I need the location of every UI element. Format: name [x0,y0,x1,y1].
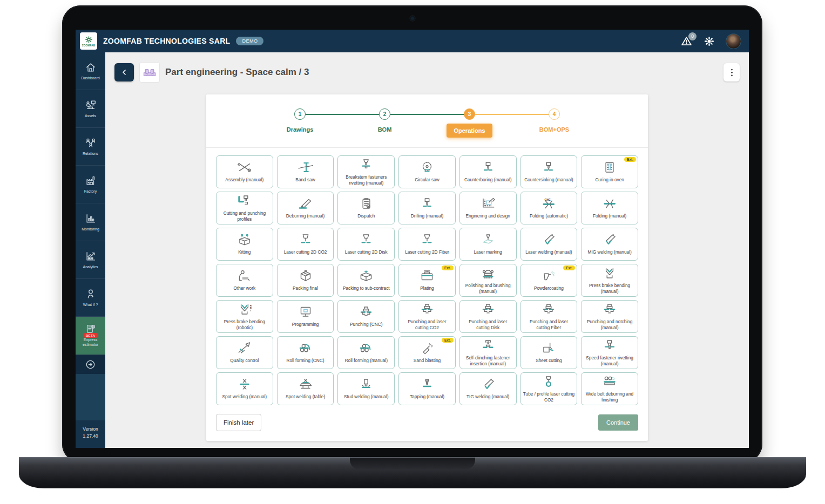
op-card-press-brake-bending-robotic[interactable]: RBTPress brake bending (robotic) [216,300,273,333]
op-card-label: Breakstem fasteners rivetting (manual) [340,174,392,186]
op-card-punching-and-laser-cutting-fiber[interactable]: Punching and laser cutting Fiber [520,300,578,333]
version-number: 1.27.40 [76,433,105,440]
laser-marking-icon [479,233,497,248]
op-card-punching-cnc[interactable]: Punching (CNC) [337,300,395,333]
op-card-plating[interactable]: PlatingExt. [398,264,456,297]
part-icon [142,66,157,78]
op-card-countersinking-manual[interactable]: Countersinking (manual) [520,155,578,188]
op-card-mig-welding-manual[interactable]: MIG welding (manual) [581,228,638,261]
spot-welding-icon [235,378,254,393]
demo-badge: DEMO [236,37,263,45]
sidebar-item-express-estimator[interactable]: BETAExpress estimator [76,317,105,355]
user-avatar[interactable] [726,33,741,49]
op-card-kitting[interactable]: Kitting [216,228,273,261]
op-card-label: Countersinking (manual) [524,177,573,183]
step-drawings[interactable]: 1Drawings [258,108,342,133]
op-card-tube-profile-laser-cutting-co2[interactable]: Tube / profile laser cutting CO2 [520,372,578,405]
sidebar-item-analytics[interactable]: Analytics [76,241,105,279]
op-card-assembly-manual[interactable]: Assembly (manual) [216,155,273,188]
op-card-stud-welding-manual[interactable]: Stud welding (manual) [337,372,395,405]
op-card-programming[interactable]: Programming [277,300,334,333]
op-card-counterboring-manual[interactable]: Counterboring (manual) [459,155,517,188]
op-card-tig-welding-manual[interactable]: TIG welding (manual) [459,372,517,405]
operations-panel: 1Drawings2BOM3Operations4BOM+OPS Assembl… [206,94,648,441]
op-card-powdercoating[interactable]: PowdercoatingExt. [520,264,578,297]
op-card-quality-control[interactable]: Quality control [216,336,273,369]
op-card-speed-fastener-rivetting-manual[interactable]: Speed fastener rivetting (manual) [581,336,638,369]
sidebar-item-label: Analytics [82,265,99,270]
op-card-other-work[interactable]: Other work [216,264,273,297]
op-card-cutting-and-punching-profiles[interactable]: Cutting and punching profiles [216,192,273,224]
op-card-folding-manual[interactable]: Folding (manual) [581,192,638,224]
stepper-zone: 1Drawings2BOM3Operations4BOM+OPS [206,94,648,148]
op-card-label: Band saw [295,177,315,183]
sidebar-collapse-button[interactable] [76,355,105,374]
op-card-laser-cutting-2d-fiber[interactable]: Laser cutting 2D Fiber [398,228,456,261]
profile-punch-icon [235,194,254,209]
op-card-punching-and-laser-cutting-disk[interactable]: Punching and laser cutting Disk [459,300,517,333]
op-card-label: Sheet cutting [536,358,562,364]
op-card-enginering-and-design[interactable]: Enginering and design [459,192,517,224]
alerts-button[interactable]: 0 [680,35,693,47]
op-card-breakstem-fasteners-rivetting-manual[interactable]: Breakstem fasteners rivetting (manual) [337,155,395,188]
continue-button[interactable]: Continue [598,414,638,431]
op-card-dispatch[interactable]: Dispatch [337,192,395,224]
sidebar-item-factory[interactable]: Factory [76,166,105,203]
op-card-drilling-manual[interactable]: Drilling (manual) [398,192,456,224]
op-card-packing-final[interactable]: Packing final [277,264,334,297]
sidebar-item-assets[interactable]: Assets [76,90,105,128]
company-logo[interactable]: ZOOMFAB [80,32,97,50]
op-card-curing-in-oven[interactable]: Curing in ovenExt. [581,155,638,188]
op-card-spot-welding-manual[interactable]: Spot welding (manual) [216,372,273,405]
op-card-band-saw[interactable]: Band saw [277,155,334,188]
finish-later-button[interactable]: Finish later [216,414,261,431]
op-card-folding-automatic[interactable]: CNCFolding (automatic) [520,192,578,224]
op-card-punching-and-notching-manual[interactable]: Punching and notching (manual) [581,300,638,333]
step-bom[interactable]: 2BOM [342,108,427,133]
cnc-folding-icon: CNC [539,197,558,212]
step-operations[interactable]: 3Operations [427,108,512,138]
op-card-roll-forming-cnc[interactable]: Roll forming (CNC) [277,336,334,369]
punch-press-icon [357,305,375,321]
op-card-polishing-and-brushing-manual[interactable]: Polishing and brushing (manual) [459,264,517,297]
op-card-wide-belt-deburring-and-finishing[interactable]: Wide belt deburring and finishing [581,372,638,405]
welding-torch-icon [539,233,558,248]
op-card-label: Press brake bending (manual) [584,283,635,295]
sidebar-item-relations[interactable]: Relations [76,128,105,166]
tube-laser-icon [539,375,558,390]
op-card-punching-and-laser-cutting-co2[interactable]: Punching and laser cutting CO2 [398,300,456,333]
op-card-press-brake-bending-manual[interactable]: Press brake bending (manual) [581,264,638,297]
sidebar-item-monitoring[interactable]: Monitoring [76,203,105,241]
op-card-packing-to-sub-contract[interactable]: Packing to sub-contract [337,264,395,297]
op-card-laser-cutting-2d-disk[interactable]: Laser cutting 2D Disk [337,228,395,261]
settings-button[interactable] [704,36,715,47]
op-card-deburring-manual[interactable]: Deburring (manual) [277,192,334,224]
op-card-roll-forming-manual[interactable]: Roll forming (manual) [337,336,395,369]
sidebar-item-label: Dashboard [80,76,100,81]
plating-bath-icon [418,269,436,284]
op-card-self-clinching-fastener-insertion-manual[interactable]: Self-clinching fastener insertion (manua… [459,336,517,369]
company-name: ZOOMFAB TECHNOLOGIES SARL [103,37,230,45]
step-bom-ops[interactable]: 4BOM+OPS [512,108,597,133]
op-card-circular-saw[interactable]: Circular saw [398,155,456,188]
op-card-sand-blasting[interactable]: Sand blastingExt. [398,336,456,369]
laser-head-icon [357,233,375,248]
deburring-tool-icon [296,197,315,212]
bar-chart-icon [85,213,97,224]
tapping-tool-icon [418,378,436,393]
op-card-sheet-cutting[interactable]: Sheet cutting [520,336,578,369]
thinking-person-icon [85,288,97,300]
op-card-tapping-manual[interactable]: Tapping (manual) [398,372,456,405]
op-card-label: Roll forming (manual) [345,358,388,364]
back-button[interactable] [114,63,134,81]
more-options-button[interactable] [723,63,740,81]
part-thumbnail[interactable] [139,62,160,83]
op-card-laser-cutting-2d-co2[interactable]: Laser cutting 2D CO2 [277,228,334,261]
sidebar-item-what-if[interactable]: What if ? [76,279,105,317]
sidebar-item-dashboard[interactable]: Dashboard [76,52,105,90]
op-card-label: Speed fastener rivetting (manual) [584,355,635,367]
op-card-laser-marking[interactable]: Laser marking [459,228,517,261]
webcam-dot [410,16,415,21]
op-card-spot-welding-table[interactable]: Spot welding (table) [277,372,334,405]
op-card-laser-welding-manual[interactable]: Laser welding (manual) [520,228,578,261]
